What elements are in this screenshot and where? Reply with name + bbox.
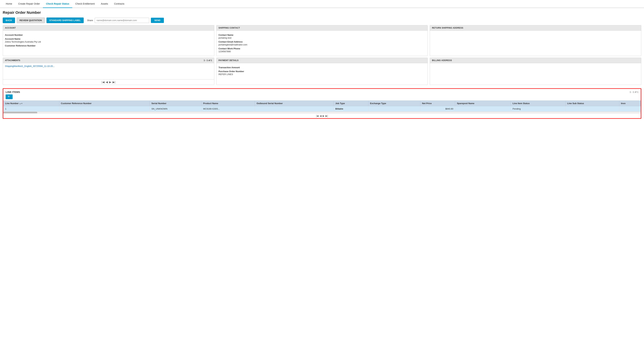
col-outbound-serial: Outbound Serial Number xyxy=(255,101,334,106)
return-shipping-header: RETURN SHIPPING ADDRESS xyxy=(430,25,641,31)
bottom-panels-row: ATTACHMENTS 1 - 1 of 1 ShippingManifest1… xyxy=(0,58,644,87)
contact-phone-value: 1234567890 xyxy=(218,50,426,53)
review-quotation-button[interactable]: REVIEW QUOTATION xyxy=(17,17,45,23)
contact-email-group: Contact Email Address portalregtest@mail… xyxy=(218,40,426,46)
col-invoice: Invo xyxy=(619,101,640,106)
shipping-contact-body: Contact Name portalreg test Contact Emai… xyxy=(216,31,428,56)
return-shipping-panel: RETURN SHIPPING ADDRESS xyxy=(430,25,641,56)
nav-item-check-repair-status[interactable]: Check Repair Status xyxy=(43,0,72,8)
line-items-search-button[interactable]: 🔍 xyxy=(6,94,12,99)
send-button[interactable]: SEND xyxy=(151,18,164,23)
table-last-page-icon[interactable]: ▶| xyxy=(326,115,328,117)
account-number-label: Account Number xyxy=(5,34,212,36)
col-serial-number: Serial Number xyxy=(150,101,201,106)
share-email-input[interactable] xyxy=(95,18,149,23)
col-customer-ref: Customer Reference Number xyxy=(59,101,150,106)
standard-shipping-label-button[interactable]: STANDARD SHIPPING LABEL xyxy=(46,17,84,23)
transaction-amount-group: Transaction Amount xyxy=(218,66,426,69)
cell-line-sub-status xyxy=(566,106,619,112)
customer-ref-group: Customer Reference Number xyxy=(5,44,212,47)
top-panels-row: ACCOUNT Account Number Account Name Zebr… xyxy=(0,25,644,58)
nav-item-check-entitlement[interactable]: Check Entitlement xyxy=(72,0,98,8)
cell-invoice xyxy=(619,106,640,112)
account-name-label: Account Name xyxy=(5,38,212,40)
nav-item-home[interactable]: Home xyxy=(3,0,15,8)
table-prev-page-icon[interactable]: ◀ xyxy=(320,115,322,117)
nav-item-create-repair-order[interactable]: Create Repair Order xyxy=(15,0,43,8)
scrollbar-thumb[interactable] xyxy=(3,112,37,113)
table-row: 1 SN_UNKNOWN MC9190-G30S... Billable $84… xyxy=(4,106,641,112)
toolbar: BACK REVIEW QUOTATION STANDARD SHIPPING … xyxy=(0,16,644,25)
shipping-contact-panel: SHIPPING CONTACT Contact Name portalreg … xyxy=(216,25,428,56)
table-first-page-icon[interactable]: |◀ xyxy=(316,115,319,117)
col-job-type: Job Type xyxy=(334,101,368,106)
table-header-row: Line Number ▲▼ Customer Reference Number… xyxy=(4,101,641,106)
next-page-icon[interactable]: ▶ xyxy=(109,80,111,84)
col-sparepool: Sparepool Name xyxy=(455,101,511,106)
cell-outbound-serial xyxy=(255,106,334,112)
contact-name-label: Contact Name xyxy=(218,34,426,36)
purchase-order-group: Purchase Order Number REFER LINES xyxy=(218,70,426,76)
line-items-table-wrapper: Line Number ▲▼ Customer Reference Number… xyxy=(3,101,641,113)
nav-item-contracts[interactable]: Contracts xyxy=(111,0,128,8)
account-panel: ACCOUNT Account Number Account Name Zebr… xyxy=(3,25,214,56)
line-items-header: LINE ITEMS 1 - 1 of 1 xyxy=(3,89,641,94)
cell-serial-number: SN_UNKNOWN xyxy=(150,106,201,112)
return-shipping-body xyxy=(430,31,641,34)
attachments-footer: |◀ ◀ ▶ ▶| xyxy=(3,79,214,85)
horizontal-scrollbar[interactable] xyxy=(3,112,641,113)
payment-details-panel: PAYMENT DETAILS Transaction Amount Purch… xyxy=(216,58,428,85)
purchase-order-value: REFER LINES xyxy=(218,73,426,76)
contact-phone-group: Contact Work Phone 1234567890 xyxy=(218,47,426,53)
share-label: Share xyxy=(87,19,93,22)
line-items-title: LINE ITEMS xyxy=(6,91,20,93)
cell-customer-ref xyxy=(59,106,150,112)
cell-line-number: 1 xyxy=(4,106,59,112)
line-items-section: LINE ITEMS 1 - 1 of 1 🔍 Line Number ▲▼ C… xyxy=(3,88,641,119)
billing-address-body xyxy=(430,63,641,66)
back-button[interactable]: BACK xyxy=(3,17,15,23)
contact-phone-label: Contact Work Phone xyxy=(218,47,426,50)
last-page-icon[interactable]: ▶| xyxy=(112,80,115,84)
contact-name-group: Contact Name portalreg test xyxy=(218,34,426,39)
account-panel-header: ACCOUNT xyxy=(3,25,214,31)
col-line-number: Line Number ▲▼ xyxy=(4,101,59,106)
purchase-order-label: Purchase Order Number xyxy=(218,70,426,73)
cell-line-item-status: Pending xyxy=(511,106,566,112)
contact-email-label: Contact Email Address xyxy=(218,40,426,43)
transaction-amount-label: Transaction Amount xyxy=(218,66,426,69)
shipping-contact-header: SHIPPING CONTACT xyxy=(216,25,428,31)
col-line-sub-status: Line Sub Status xyxy=(566,101,619,106)
nav-bar: HomeCreate Repair OrderCheck Repair Stat… xyxy=(0,0,644,8)
prev-page-icon[interactable]: ◀ xyxy=(106,80,108,84)
account-name-group: Account Name Zebra Technologies Australi… xyxy=(5,38,212,43)
table-footer: |◀ ◀ ▶ ▶| xyxy=(3,113,641,118)
customer-ref-label: Customer Reference Number xyxy=(5,44,212,47)
cell-product-name: MC9190-G30S... xyxy=(201,106,255,112)
attachment-link[interactable]: ShippingManifest1_English_30725594_11-10… xyxy=(5,65,55,67)
table-next-page-icon[interactable]: ▶ xyxy=(322,115,324,117)
account-number-group: Account Number xyxy=(5,34,212,36)
cell-exchange-type xyxy=(368,106,420,112)
payment-details-header: PAYMENT DETAILS xyxy=(216,58,428,63)
line-items-count: 1 - 1 of 1 xyxy=(630,91,638,93)
attachments-header: ATTACHMENTS 1 - 1 of 1 xyxy=(3,58,214,63)
payment-details-body: Transaction Amount Purchase Order Number… xyxy=(216,63,428,79)
cell-job-type: Billable xyxy=(334,106,368,112)
contact-name-value: portalreg test xyxy=(218,37,426,39)
first-page-icon[interactable]: |◀ xyxy=(102,80,104,84)
col-line-item-status: Line Item Status xyxy=(511,101,566,106)
attachments-title: ATTACHMENTS xyxy=(5,59,20,62)
col-net-price: Net Price xyxy=(420,101,455,106)
billing-address-panel: BILLING ADDRESS xyxy=(430,58,641,85)
attachments-body: ShippingManifest1_English_30725594_11-10… xyxy=(3,63,214,79)
col-product-name: Product Name xyxy=(201,101,255,106)
col-exchange-type: Exchange Type xyxy=(368,101,420,106)
nav-item-assets[interactable]: Assets xyxy=(98,0,111,8)
account-panel-body: Account Number Account Name Zebra Techno… xyxy=(3,31,214,50)
account-name-value: Zebra Technologies Australia Pty Ltd xyxy=(5,40,212,43)
page-title: Repair Order Number xyxy=(0,8,644,16)
cell-net-price: $840.80 xyxy=(420,106,455,112)
contact-email-value: portalregtest@mailinator.com xyxy=(218,43,426,46)
line-items-table: Line Number ▲▼ Customer Reference Number… xyxy=(3,101,641,112)
